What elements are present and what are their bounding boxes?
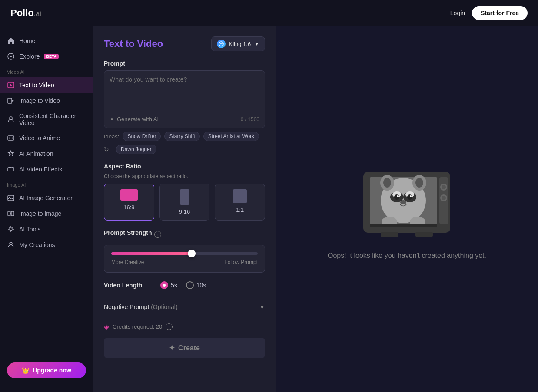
model-selector[interactable]: Kling 1.6 ▼ <box>211 36 265 51</box>
svg-rect-10 <box>8 168 14 171</box>
main-layout: Home Explore BETA Video AI Text to Video… <box>0 26 538 392</box>
sidebar-item-ai-image-generator[interactable]: AI Image Generator <box>0 190 93 206</box>
sidebar-item-explore-label: Explore <box>19 53 40 60</box>
radio-circle-10s <box>186 281 194 289</box>
create-button[interactable]: ✦ Create <box>104 338 265 358</box>
sidebar-item-home[interactable]: Home <box>0 33 93 49</box>
sidebar-item-ai-video-effects[interactable]: AI Video Effects <box>0 161 93 177</box>
consistent-character-icon <box>7 115 15 123</box>
refresh-icon[interactable]: ↻ <box>104 146 109 153</box>
svg-point-1 <box>10 56 12 57</box>
generate-with-ai[interactable]: ✦ Generate with AI <box>110 116 159 122</box>
logo-text: Pollo <box>10 7 34 18</box>
svg-marker-5 <box>12 100 14 102</box>
aspect-card-1-1[interactable]: 1:1 <box>215 184 265 221</box>
aspect-ratio-label: Aspect Ratio <box>104 163 265 170</box>
prompt-textarea[interactable] <box>110 76 259 111</box>
model-name: Kling 1.6 <box>229 41 251 47</box>
radio-circle-5s <box>160 281 168 289</box>
slider-label-right: Follow Prompt <box>224 259 258 265</box>
svg-point-34 <box>400 200 406 204</box>
prompt-box: ✦ Generate with AI 0 / 1500 <box>104 70 265 128</box>
chevron-down-icon: ▼ <box>254 41 259 47</box>
idea-chip-snow-drifter[interactable]: Snow Drifter <box>123 132 161 141</box>
login-button[interactable]: Login <box>450 10 465 16</box>
right-panel: Oops! It looks like you haven't created … <box>276 26 538 392</box>
ideas-row: Ideas: Snow Drifter Starry Shift Street … <box>104 132 265 154</box>
slider-container: More Creative Follow Prompt <box>104 245 265 273</box>
aspect-ratio-section: Aspect Ratio Choose the appropriate aspe… <box>104 163 265 221</box>
sidebar-item-consistent-character[interactable]: Consistent Character Video <box>0 109 93 130</box>
empty-state: Oops! It looks like you haven't created … <box>328 159 486 260</box>
aspect-label-16-9: 16:9 <box>123 204 134 211</box>
sidebar-item-video-to-anime-label: Video to Anime <box>19 135 60 142</box>
svg-point-19 <box>10 242 12 245</box>
image-ai-section-label: Image AI <box>0 177 93 190</box>
svg-point-45 <box>442 196 446 200</box>
create-button-label: Create <box>178 344 200 352</box>
sidebar-item-home-label: Home <box>19 37 35 44</box>
svg-point-8 <box>9 138 10 139</box>
prompt-strength-section: Prompt Strength i More Creative Follow P… <box>104 229 265 273</box>
sidebar-item-video-to-anime[interactable]: Video to Anime <box>0 130 93 146</box>
radio-option-5s[interactable]: 5s <box>160 281 177 289</box>
aspect-label-1-1: 1:1 <box>236 207 244 213</box>
credits-value: 20 <box>156 323 162 330</box>
video-length-section: Video Length 5s 10s <box>104 281 265 289</box>
credits-row: ◈ Credits required: 20 i <box>104 323 265 331</box>
strength-label: Prompt Strength <box>104 229 152 236</box>
sidebar-item-ai-tools[interactable]: AI Tools <box>0 221 93 237</box>
char-count: 0 / 1500 <box>241 116 259 122</box>
svg-point-6 <box>10 117 12 119</box>
sidebar-item-text-to-video[interactable]: Text to Video <box>0 77 93 93</box>
text-to-video-icon <box>7 81 15 89</box>
sidebar-item-explore[interactable]: Explore BETA <box>0 49 93 64</box>
sidebar-item-ai-animation-label: AI Animation <box>19 150 53 157</box>
wand-icon: ✦ <box>110 116 114 122</box>
aspect-card-16-9[interactable]: 16:9 <box>104 184 154 221</box>
prompt-label: Prompt <box>104 60 265 67</box>
chevron-down-icon-negative: ▼ <box>259 303 265 310</box>
start-for-free-button[interactable]: Start for Free <box>472 6 528 20</box>
svg-point-32 <box>397 195 399 197</box>
svg-point-30 <box>394 194 399 200</box>
idea-chip-dawn-jogger[interactable]: Dawn Jogger <box>116 145 156 154</box>
ideas-label: Ideas: <box>104 133 119 140</box>
strength-header: Prompt Strength i <box>104 229 265 240</box>
idea-chip-street-artist[interactable]: Street Artist at Work <box>203 132 259 141</box>
sidebar-item-image-to-video[interactable]: Image to Video <box>0 93 93 109</box>
slider-thumb[interactable] <box>188 250 196 257</box>
home-icon <box>7 37 15 45</box>
negative-prompt-section[interactable]: Negative Prompt (Optional) ▼ <box>104 298 265 316</box>
svg-point-38 <box>415 178 423 188</box>
sidebar-item-ai-tools-label: AI Tools <box>19 226 41 233</box>
empty-state-text: Oops! It looks like you haven't created … <box>328 252 486 260</box>
credits-icon: ◈ <box>104 323 109 331</box>
aspect-icon-9-16 <box>180 189 189 205</box>
radio-option-10s[interactable]: 10s <box>186 281 206 289</box>
ai-video-effects-icon <box>7 165 15 173</box>
svg-rect-46 <box>381 232 398 237</box>
svg-point-21 <box>221 43 222 44</box>
idea-chip-starry-shift[interactable]: Starry Shift <box>164 132 199 141</box>
slider-fill <box>111 252 192 255</box>
sidebar-item-image-to-video-label: Image to Video <box>19 97 60 104</box>
credits-text: Credits required: 20 <box>113 323 162 330</box>
panel-title: Text to Video <box>104 38 163 49</box>
negative-prompt-optional: (Optional) <box>151 303 177 310</box>
sidebar-item-image-to-image-label: Image to Image <box>19 210 61 217</box>
panel-header: Text to Video Kling 1.6 ▼ <box>104 36 265 51</box>
aspect-card-9-16[interactable]: 9:16 <box>159 184 210 221</box>
sidebar-item-ai-video-effects-label: AI Video Effects <box>19 166 62 173</box>
ai-image-generator-icon <box>7 194 15 202</box>
slider-labels: More Creative Follow Prompt <box>111 259 258 265</box>
slider-label-left: More Creative <box>111 259 144 265</box>
sidebar-item-my-creations[interactable]: My Creations <box>0 237 93 253</box>
svg-rect-7 <box>8 136 14 140</box>
upgrade-button[interactable]: 👑 Upgrade now <box>7 362 86 378</box>
sidebar-item-image-to-image[interactable]: Image to Image <box>0 206 93 221</box>
upgrade-label: Upgrade now <box>33 367 71 374</box>
sidebar-item-ai-animation[interactable]: AI Animation <box>0 146 93 161</box>
svg-point-33 <box>410 195 412 197</box>
slider-track[interactable] <box>111 252 258 255</box>
